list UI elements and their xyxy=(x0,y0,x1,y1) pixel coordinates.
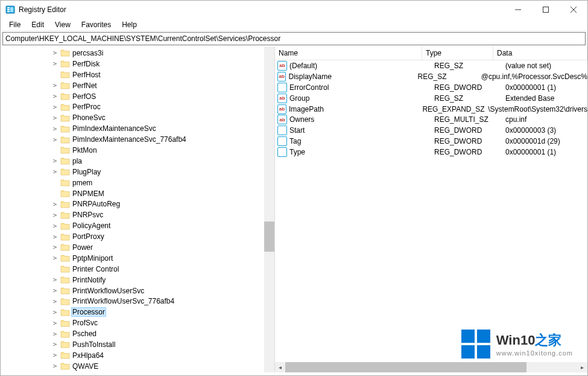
tree-item[interactable]: >PNRPAutoReg xyxy=(1,199,274,209)
tree-item[interactable]: >PolicyAgent xyxy=(1,220,274,231)
tree-item[interactable]: >pla xyxy=(1,156,274,167)
tree-item[interactable]: >PushToInstall xyxy=(1,339,274,350)
tree-item[interactable]: >ProfSvc xyxy=(1,317,274,328)
address-text: Computer\HKEY_LOCAL_MACHINE\SYSTEM\Curre… xyxy=(5,34,280,43)
value-row[interactable]: abOwnersREG_MULTI_SZcpu.inf xyxy=(275,114,587,125)
tree[interactable]: >percsas3i>PerfDiskPerfHost>PerfNet>Perf… xyxy=(1,46,274,372)
expand-icon[interactable]: > xyxy=(51,340,58,348)
expand-icon[interactable]: > xyxy=(51,49,58,57)
expand-icon[interactable]: > xyxy=(51,200,58,208)
list-body[interactable]: ab(Default)REG_SZ(value not set)abDispla… xyxy=(275,60,587,158)
expand-icon[interactable]: > xyxy=(51,298,58,305)
tree-item[interactable]: >PerfDisk xyxy=(1,59,274,69)
close-button[interactable] xyxy=(560,1,587,19)
tree-item[interactable]: >PrintNotify xyxy=(1,275,274,285)
value-type: REG_SZ xyxy=(434,62,505,70)
tree-item[interactable]: >PrintWorkflowUserSvc_776afb4 xyxy=(1,296,274,307)
value-row[interactable]: abGroupREG_SZExtended Base xyxy=(275,93,587,104)
tree-item-label: PktMon xyxy=(72,146,97,155)
value-row[interactable]: abImagePathREG_EXPAND_SZ\SystemRoot\Syst… xyxy=(275,104,587,115)
list-header: Name Type Data xyxy=(275,46,587,60)
value-name: (Default) xyxy=(289,62,434,70)
expand-icon[interactable]: > xyxy=(51,125,58,133)
watermark: Win10之家 www.win10xitong.com xyxy=(461,330,573,358)
titlebar: Registry Editor xyxy=(1,1,587,19)
menu-view[interactable]: View xyxy=(50,19,75,30)
tree-item-label: PerfHost xyxy=(72,71,101,79)
tree-item[interactable]: >QWAVE xyxy=(1,361,274,372)
expand-icon[interactable]: > xyxy=(51,233,58,241)
value-row[interactable]: TypeREG_DWORD0x00000001 (1) xyxy=(275,147,587,158)
value-row[interactable]: StartREG_DWORD0x00000003 (3) xyxy=(275,125,587,136)
tree-item[interactable]: >PptpMiniport xyxy=(1,253,274,264)
tree-item[interactable]: >Processor xyxy=(1,307,274,317)
value-row[interactable]: ab(Default)REG_SZ(value not set) xyxy=(275,60,587,71)
expand-icon[interactable]: > xyxy=(51,222,58,230)
tree-item[interactable]: pmem xyxy=(1,177,274,188)
tree-scrollbar[interactable] xyxy=(264,46,274,372)
scroll-right-icon[interactable]: ▸ xyxy=(577,362,587,372)
tree-item[interactable]: >PerfOS xyxy=(1,91,274,102)
expand-icon[interactable]: > xyxy=(51,243,58,251)
column-name[interactable]: Name xyxy=(275,46,422,60)
tree-item[interactable]: >Psched xyxy=(1,328,274,339)
expand-icon[interactable]: > xyxy=(51,351,58,359)
tree-scroll-thumb[interactable] xyxy=(264,221,274,252)
expand-icon[interactable]: > xyxy=(51,287,58,295)
tree-item[interactable]: >PlugPlay xyxy=(1,167,274,177)
tree-item[interactable]: PerfHost xyxy=(1,69,274,80)
tree-item-label: PxHlpa64 xyxy=(72,351,104,360)
minimize-button[interactable] xyxy=(504,1,532,19)
watermark-brand: Win10之家 xyxy=(496,331,573,349)
expand-icon[interactable]: > xyxy=(51,114,58,122)
menu-edit[interactable]: Edit xyxy=(27,19,49,30)
tree-item[interactable]: >PNRPsvc xyxy=(1,209,274,220)
expand-icon[interactable]: > xyxy=(51,81,58,89)
hscroll-thumb[interactable] xyxy=(285,362,526,372)
expand-icon[interactable]: > xyxy=(51,136,58,144)
expand-icon[interactable]: > xyxy=(51,362,58,370)
folder-icon xyxy=(60,146,70,154)
value-type: REG_MULTI_SZ xyxy=(434,115,505,124)
tree-item[interactable]: >PhoneSvc xyxy=(1,112,274,123)
list-hscrollbar[interactable]: ◂ ▸ xyxy=(275,362,587,372)
value-type: REG_DWORD xyxy=(434,83,505,92)
column-type[interactable]: Type xyxy=(422,46,493,60)
tree-item-label: PimIndexMaintenanceSvc_776afb4 xyxy=(72,135,186,144)
tree-item[interactable]: >PimIndexMaintenanceSvc xyxy=(1,123,274,134)
expand-icon[interactable]: > xyxy=(51,330,58,338)
menu-file[interactable]: File xyxy=(4,19,25,30)
value-row[interactable]: ErrorControlREG_DWORD0x00000001 (1) xyxy=(275,82,587,93)
expand-icon[interactable]: > xyxy=(51,276,58,284)
tree-item[interactable]: >PerfProc xyxy=(1,101,274,112)
string-value-icon: ab xyxy=(277,115,287,124)
tree-item[interactable]: Printer Control xyxy=(1,264,274,275)
expand-icon[interactable]: > xyxy=(51,157,58,165)
value-row[interactable]: TagREG_DWORD0x0000001d (29) xyxy=(275,136,587,147)
expand-icon[interactable]: > xyxy=(51,168,58,176)
expand-icon[interactable]: > xyxy=(51,254,58,262)
menu-favorites[interactable]: Favorites xyxy=(77,19,116,30)
address-bar[interactable]: Computer\HKEY_LOCAL_MACHINE\SYSTEM\Curre… xyxy=(2,32,586,45)
expand-icon[interactable]: > xyxy=(51,92,58,100)
value-name: ImagePath xyxy=(289,105,422,113)
scroll-left-icon[interactable]: ◂ xyxy=(275,362,285,372)
tree-item[interactable]: >PerfNet xyxy=(1,80,274,91)
tree-item[interactable]: >PimIndexMaintenanceSvc_776afb4 xyxy=(1,134,274,145)
tree-item[interactable]: >PortProxy xyxy=(1,231,274,242)
tree-item[interactable]: >PrintWorkflowUserSvc xyxy=(1,285,274,296)
column-data[interactable]: Data xyxy=(493,46,587,60)
tree-item[interactable]: >percsas3i xyxy=(1,48,274,59)
expand-icon[interactable]: > xyxy=(51,211,58,219)
expand-icon[interactable]: > xyxy=(51,308,58,316)
tree-item[interactable]: >Power xyxy=(1,242,274,253)
maximize-button[interactable] xyxy=(532,1,560,19)
expand-icon[interactable]: > xyxy=(51,103,58,111)
expand-icon[interactable]: > xyxy=(51,60,58,68)
value-row[interactable]: abDisplayNameREG_SZ@cpu.inf,%Processor.S… xyxy=(275,71,587,82)
expand-icon[interactable]: > xyxy=(51,319,58,327)
menu-help[interactable]: Help xyxy=(117,19,142,30)
tree-item[interactable]: PNPMEM xyxy=(1,188,274,199)
tree-item[interactable]: >PxHlpa64 xyxy=(1,350,274,361)
tree-item[interactable]: PktMon xyxy=(1,145,274,156)
